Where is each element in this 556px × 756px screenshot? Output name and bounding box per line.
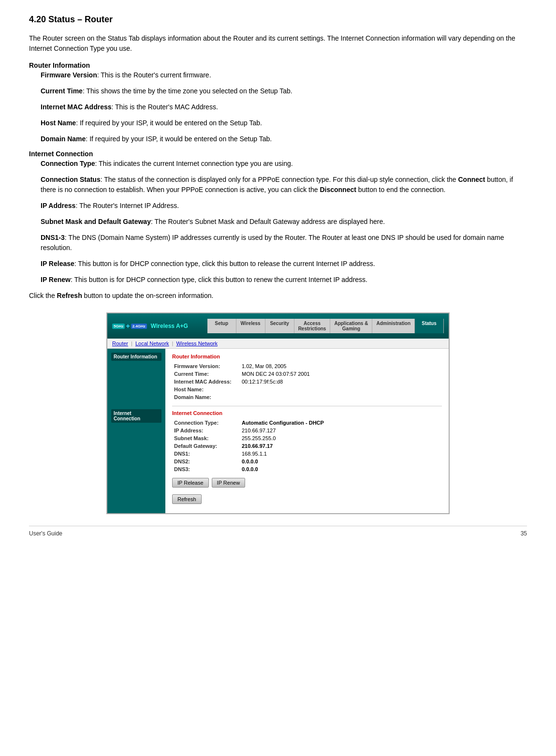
footer-left: User's Guide [29,530,62,537]
table-row: Firmware Version: 1.02, Mar 08, 2005 [172,362,442,370]
plus-icon: + [126,322,130,330]
sidebar-internet-conn: Internet Connection [111,409,161,423]
conn-status-label: Connection Status [41,176,101,183]
ip-release-desc: This button is for DHCP connection type,… [78,260,375,267]
domain-name-label: Domain Name [41,135,86,143]
router-screenshot: 5GHz + 2.4GHz Wireless A+G Setup Wireles… [106,312,450,514]
tab-setup[interactable]: Setup [207,319,236,333]
dns-label: DNS1-3 [41,234,65,241]
release-renew-buttons: IP Release IP Renew [172,478,442,488]
separator [172,406,442,406]
subnav-wireless-network[interactable]: Wireless Network [176,341,218,346]
table-row: Host Name: [172,385,442,393]
mac-address-desc: This is the Router's MAC Address. [115,103,218,111]
mac-value: 00:12:17:9f:5c:d8 [240,378,442,385]
subnav-local-network[interactable]: Local Network [135,341,169,346]
disconnect-btn-ref: Disconnect [320,186,356,193]
tab-admin[interactable]: Administration [372,319,415,333]
ip-renew-block: IP Renew: This button is for DHCP connec… [41,275,527,285]
ip-renew-label: IP Renew [41,276,71,283]
brand-text: Wireless A+G [151,323,188,329]
table-row: Subnet Mask: 255.255.255.0 [172,434,442,442]
firmware-version-desc: This is the Router's current firmware. [101,71,211,79]
subnet-gw-desc: The Router's Subnet Mask and Default Gat… [154,218,385,225]
refresh-label: Refresh [57,292,82,299]
dns1-lbl: DNS1: [172,450,240,458]
router-info-header: Router Information [29,61,527,69]
ip-addr-lbl: IP Address: [172,427,240,434]
ip-address-label: IP Address [41,202,75,209]
dns-desc: The DNS (Domain Name System) IP addresse… [41,234,504,252]
internet-connection-content: Connection Type: This indicates the curr… [41,159,527,285]
ip-release-button[interactable]: IP Release [172,478,209,488]
current-time-desc: This shows the time by the time zone you… [86,87,292,95]
tab-wireless[interactable]: Wireless [236,319,265,333]
dns2-lbl: DNS2: [172,458,240,465]
sidebar: Router Information Internet Connection [107,349,165,513]
ip-addr-val: 210.66.97.127 [240,427,442,434]
host-name-desc: If required by your ISP, it would be ent… [80,119,262,127]
dns3-val: 0.0.0.0 [240,465,442,473]
firmware-version-label: Firmware Version [41,71,97,79]
conn-type-lbl: Connection Type: [172,419,240,427]
page-title: 4.20 Status – Router [29,15,527,25]
table-row: Internet MAC Address: 00:12:17:9f:5c:d8 [172,378,442,385]
sub-nav-bar: Router | Local Network | Wireless Networ… [107,339,449,349]
internet-conn-table: Connection Type: Automatic Configuration… [172,419,442,473]
mac-address-label: Internet MAC Address [41,103,112,111]
table-row: DNS3: 0.0.0.0 [172,465,442,473]
sidebar-router-info: Router Information [111,353,161,361]
time-label: Current Time: [172,370,240,378]
ip-release-block: IP Release: This button is for DHCP conn… [41,259,527,269]
table-row: Default Gateway: 210.66.97.17 [172,442,442,450]
conn-type-desc: This indicates the current Internet conn… [99,160,293,167]
ip-renew-button[interactable]: IP Renew [212,478,246,488]
router-information-section: Router Information Firmware Version: Thi… [29,61,527,144]
logo-badges: 5GHz + 2.4GHz [112,322,147,330]
hostname-label: Host Name: [172,385,240,393]
dns-block: DNS1-3: The DNS (Domain Name System) IP … [41,233,527,253]
ghz24-badge: 2.4GHz [131,324,147,329]
router-info-table: Firmware Version: 1.02, Mar 08, 2005 Cur… [172,362,442,401]
fw-value: 1.02, Mar 08, 2005 [240,362,442,370]
domainname-value [240,393,442,401]
router-info-content: Firmware Version: This is the Router's c… [41,70,527,144]
router-info-section-title: Router Information [172,354,442,359]
nav-tabs: Setup Wireless Security AccessRestrictio… [207,319,444,333]
refresh-note: Click the Refresh button to update the o… [29,291,527,301]
intro-paragraph: The Router screen on the Status Tab disp… [29,33,527,54]
ip-release-label: IP Release [41,260,74,267]
domain-name-desc: If required by your ISP, it would be ent… [89,135,272,143]
tab-status[interactable]: Status [415,319,444,333]
subnet-gw-label: Subnet Mask and Default Gateway [41,218,151,225]
subnav-sep1: | [131,341,132,346]
mac-address-block: Internet MAC Address: This is the Router… [41,102,527,112]
conn-type-block: Connection Type: This indicates the curr… [41,159,527,169]
table-row: DNS2: 0.0.0.0 [172,458,442,465]
gw-val: 210.66.97.17 [240,442,442,450]
conn-type-val: Automatic Configuration - DHCP [240,419,442,427]
hostname-value [240,385,442,393]
gw-lbl: Default Gateway: [172,442,240,450]
page-container: 4.20 Status – Router The Router screen o… [0,0,556,551]
refresh-button[interactable]: Refresh [172,494,202,504]
table-row: Current Time: MON DEC 24 03:07:57 2001 [172,370,442,378]
domainname-label: Domain Name: [172,393,240,401]
subnet-val: 255.255.255.0 [240,434,442,442]
page-number: 35 [521,530,527,537]
subnav-router[interactable]: Router [112,341,128,346]
subnav-sep2: | [172,341,174,346]
content-area: Router Information Internet Connection R… [107,349,449,513]
dns2-val: 0.0.0.0 [240,458,442,465]
tab-security[interactable]: Security [265,319,294,333]
table-row: Connection Type: Automatic Configuration… [172,419,442,427]
subnet-lbl: Subnet Mask: [172,434,240,442]
table-row: DNS1: 168.95.1.1 [172,450,442,458]
internet-connection-section: Internet Connection Connection Type: Thi… [29,150,527,285]
firmware-version-block: Firmware Version: This is the Router's c… [41,70,527,80]
dns1-val: 168.95.1.1 [240,450,442,458]
tab-access[interactable]: AccessRestrictions [294,319,331,333]
tab-apps[interactable]: Applications &Gaming [330,319,372,333]
dns3-lbl: DNS3: [172,465,240,473]
subnet-gw-block: Subnet Mask and Default Gateway: The Rou… [41,217,527,227]
